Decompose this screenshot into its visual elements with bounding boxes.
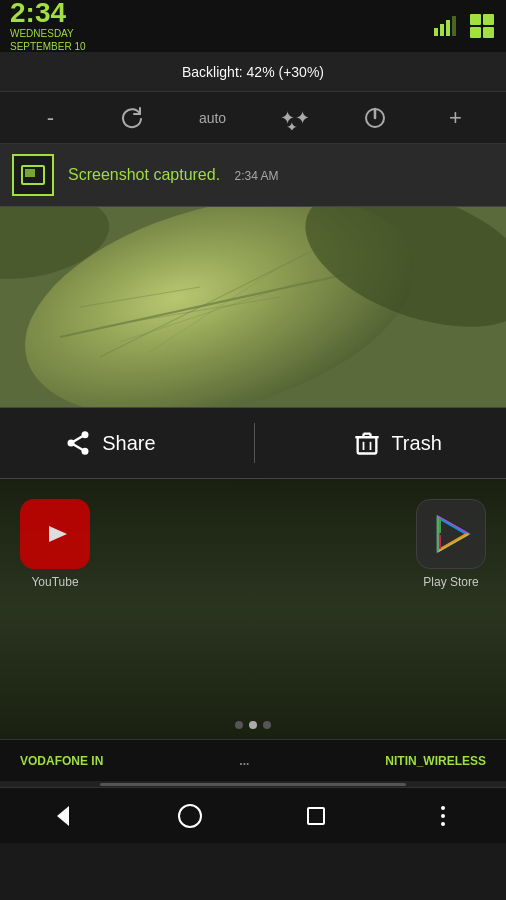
youtube-app[interactable]: YouTube — [20, 499, 90, 589]
wifi-dots: ... — [239, 754, 249, 768]
notification-area: Screenshot captured. 2:34 AM — [0, 144, 506, 207]
wifi-bar: VODAFONE IN ... NITIN_WIRELESS — [0, 739, 506, 781]
share-icon — [64, 429, 92, 457]
minus-button[interactable]: - — [31, 98, 71, 138]
refresh-button[interactable] — [112, 98, 152, 138]
trash-button[interactable]: Trash — [323, 419, 471, 467]
svg-line-43 — [440, 534, 466, 549]
svg-text:✦: ✦ — [286, 119, 298, 130]
trash-label: Trash — [391, 432, 441, 455]
home-screen: YouTube Play Store — [0, 479, 506, 739]
share-label: Share — [102, 432, 155, 455]
leaf-svg — [0, 207, 506, 407]
user-icon — [468, 12, 496, 40]
plus-button[interactable]: + — [436, 98, 476, 138]
svg-point-53 — [441, 814, 445, 818]
svg-rect-1 — [440, 24, 444, 36]
notification-time: 2:34 AM — [235, 169, 279, 183]
control-bar[interactable]: - auto ✦✦ ✦ + — [0, 92, 506, 144]
svg-rect-2 — [446, 20, 450, 36]
youtube-icon[interactable] — [20, 499, 90, 569]
svg-marker-36 — [49, 526, 67, 542]
svg-rect-4 — [470, 14, 481, 25]
clock-time: 2:34 — [10, 0, 66, 27]
notification-text: Screenshot captured. 2:34 AM — [68, 166, 494, 184]
svg-rect-29 — [358, 437, 377, 453]
notification-title: Screenshot captured. — [68, 166, 220, 183]
signal-icon — [432, 12, 460, 40]
svg-marker-37 — [438, 517, 468, 551]
svg-line-42 — [440, 519, 466, 534]
dot-3 — [263, 721, 271, 729]
svg-marker-49 — [57, 806, 69, 826]
status-icons — [432, 12, 496, 40]
playstore-app[interactable]: Play Store — [416, 499, 486, 589]
stars-button[interactable]: ✦✦ ✦ — [274, 98, 314, 138]
action-divider — [254, 423, 255, 463]
playstore-label: Play Store — [423, 575, 478, 589]
scroll-dots — [235, 721, 271, 729]
more-button[interactable] — [418, 791, 468, 841]
svg-rect-13 — [25, 169, 35, 177]
svg-rect-6 — [470, 27, 481, 38]
svg-point-50 — [179, 805, 201, 827]
back-button[interactable] — [38, 791, 88, 841]
svg-rect-51 — [308, 808, 324, 824]
svg-rect-0 — [434, 28, 438, 36]
wifi-right: NITIN_WIRELESS — [385, 754, 486, 768]
trash-icon — [353, 429, 381, 457]
svg-point-52 — [441, 806, 445, 810]
recent-button[interactable] — [291, 791, 341, 841]
auto-label: auto — [193, 98, 233, 138]
svg-point-54 — [441, 822, 445, 826]
action-bar[interactable]: Share Trash — [0, 407, 506, 479]
notification-icon — [12, 154, 54, 196]
svg-rect-5 — [483, 14, 494, 25]
nav-bar[interactable] — [0, 787, 506, 843]
back-icon — [49, 802, 77, 830]
power-button[interactable] — [355, 98, 395, 138]
youtube-label: YouTube — [31, 575, 78, 589]
brightness-label: Backlight: 42% (+30%) — [182, 64, 324, 80]
wifi-left: VODAFONE IN — [20, 754, 103, 768]
recent-icon — [302, 802, 330, 830]
svg-marker-41 — [440, 519, 466, 549]
brightness-bar: Backlight: 42% (+30%) — [0, 52, 506, 92]
svg-line-27 — [71, 435, 85, 443]
date-display: WEDNESDAY SEPTEMBER 10 — [10, 27, 86, 53]
svg-rect-7 — [483, 27, 494, 38]
time-block: 2:34 WEDNESDAY SEPTEMBER 10 — [10, 0, 86, 53]
home-button[interactable] — [165, 791, 215, 841]
scroll-thumb[interactable] — [100, 783, 406, 786]
more-icon — [429, 802, 457, 830]
share-button[interactable]: Share — [34, 419, 185, 467]
playstore-icon[interactable] — [416, 499, 486, 569]
svg-line-28 — [71, 443, 85, 451]
status-bar: 2:34 WEDNESDAY SEPTEMBER 10 — [0, 0, 506, 52]
svg-rect-3 — [452, 16, 456, 36]
leaf-image — [0, 207, 506, 407]
dot-2 — [249, 721, 257, 729]
dot-1 — [235, 721, 243, 729]
home-icon — [176, 802, 204, 830]
